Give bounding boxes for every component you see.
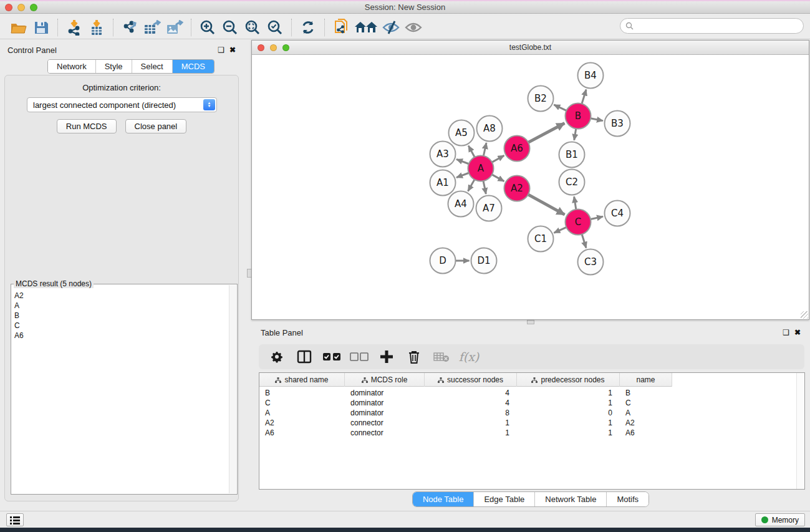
cell-MCDS-role[interactable]: dominator <box>345 388 425 398</box>
edge-C-C1[interactable] <box>554 227 566 233</box>
cell-predecessor-nodes[interactable]: 0 <box>517 408 620 418</box>
close-table-panel-icon[interactable]: ✖ <box>794 328 801 337</box>
edge-A-A2[interactable] <box>492 175 504 181</box>
edge-C-C2[interactable] <box>574 196 576 210</box>
export-table-icon[interactable] <box>141 17 163 37</box>
cell-MCDS-role[interactable]: dominator <box>345 398 425 408</box>
table-scrollbar[interactable] <box>796 373 804 489</box>
table-row-C[interactable]: Cdominator41C <box>259 398 672 408</box>
cell-successor-nodes[interactable]: 1 <box>425 418 517 428</box>
edge-B-B3[interactable] <box>591 118 603 121</box>
cell-predecessor-nodes[interactable]: 1 <box>517 428 620 438</box>
homes-icon[interactable] <box>352 17 380 37</box>
column-header-MCDS-role[interactable]: MCDS role <box>345 373 425 387</box>
cell-predecessor-nodes[interactable]: 1 <box>517 418 620 428</box>
cell-shared-name[interactable]: A2 <box>259 418 345 428</box>
cell-name[interactable]: C <box>620 398 672 408</box>
cell-name[interactable]: A6 <box>620 428 672 438</box>
column-header-name[interactable]: name <box>620 373 672 387</box>
cell-MCDS-role[interactable]: connector <box>345 428 425 438</box>
cell-shared-name[interactable]: A6 <box>259 428 345 438</box>
mcds-result-item[interactable]: A <box>14 301 226 311</box>
edge-A-A3[interactable] <box>456 159 469 163</box>
cell-shared-name[interactable]: A <box>259 408 345 418</box>
close-panel-button[interactable]: Close panel <box>125 119 187 133</box>
tab-edge-table[interactable]: Edge Table <box>473 492 534 506</box>
open-folder-icon[interactable] <box>7 17 30 37</box>
tab-select[interactable]: Select <box>132 60 172 73</box>
edge-A2-C[interactable] <box>528 195 565 215</box>
cell-MCDS-role[interactable]: dominator <box>345 408 425 418</box>
deselect-all-checkboxes-icon[interactable] <box>349 347 370 366</box>
eye-slash-icon[interactable] <box>380 17 402 37</box>
memory-button[interactable]: Memory <box>755 513 805 526</box>
zoom-fit-icon[interactable] <box>241 17 264 37</box>
edge-B-B1[interactable] <box>574 128 576 140</box>
edge-C-C4[interactable] <box>591 216 603 219</box>
cell-predecessor-nodes[interactable]: 1 <box>517 388 620 398</box>
edge-B-B4[interactable] <box>582 89 586 104</box>
delete-column-trash-icon[interactable] <box>403 347 425 366</box>
search-field[interactable] <box>620 18 804 34</box>
table-row-A[interactable]: Adominator80A <box>259 408 672 418</box>
network-window-titlebar[interactable]: testGlobe.txt <box>252 41 809 55</box>
column-header-shared-name[interactable]: shared name <box>259 373 345 387</box>
delete-table-icon[interactable] <box>431 347 452 366</box>
mcds-result-item[interactable]: B <box>14 311 226 321</box>
settings-gear-icon[interactable] <box>266 347 287 366</box>
edge-A-A7[interactable] <box>483 181 486 194</box>
window-resize-grip[interactable] <box>801 311 808 319</box>
search-input[interactable] <box>637 22 803 31</box>
tab-mcds[interactable]: MCDS <box>172 60 214 73</box>
import-network-icon[interactable] <box>63 17 85 37</box>
cell-MCDS-role[interactable]: connector <box>345 418 425 428</box>
network-graph-canvas[interactable]: B4B2BB3A8A5A6A3B1AA1C2A2A4A7C4CC1C3DD1 <box>252 56 809 320</box>
edge-A-A1[interactable] <box>456 173 469 177</box>
cell-name[interactable]: A2 <box>620 418 672 428</box>
close-panel-icon[interactable]: ✖ <box>229 46 236 54</box>
add-column-icon[interactable] <box>376 347 397 366</box>
cell-predecessor-nodes[interactable]: 1 <box>517 398 620 408</box>
export-network-icon[interactable] <box>118 17 141 37</box>
eye-icon[interactable] <box>402 17 425 37</box>
edge-B-B2[interactable] <box>554 105 566 110</box>
export-image-icon[interactable] <box>163 17 186 37</box>
table-row-A6[interactable]: A6connector11A6 <box>259 428 672 438</box>
cell-successor-nodes[interactable]: 4 <box>425 398 517 408</box>
tab-network-table[interactable]: Network Table <box>534 492 606 506</box>
zoom-selected-icon[interactable] <box>264 17 286 37</box>
zoom-in-icon[interactable] <box>196 17 219 37</box>
run-mcds-button[interactable]: Run MCDS <box>57 119 117 133</box>
import-table-icon[interactable] <box>85 17 108 37</box>
mcds-result-item[interactable]: A2 <box>14 291 226 301</box>
node-table[interactable]: shared nameMCDS rolesuccessor nodesprede… <box>259 372 805 490</box>
criterion-select[interactable]: largest connected component (directed) ▲… <box>27 97 217 112</box>
split-columns-icon[interactable] <box>294 347 315 366</box>
tab-node-table[interactable]: Node Table <box>413 492 474 506</box>
table-row-B[interactable]: Bdominator41B <box>259 388 672 398</box>
select-all-checkboxes-icon[interactable] <box>321 347 342 366</box>
cell-name[interactable]: B <box>620 388 672 398</box>
refresh-icon[interactable] <box>297 17 319 37</box>
save-icon[interactable] <box>30 17 52 37</box>
mcds-result-item[interactable]: A6 <box>14 331 226 341</box>
float-table-panel-icon[interactable]: ❑ <box>783 328 789 337</box>
tab-style[interactable]: Style <box>95 60 132 73</box>
cell-shared-name[interactable]: B <box>259 388 345 398</box>
mcds-list-scrollbar[interactable] <box>229 285 236 493</box>
mcds-result-list[interactable]: A2ABCA6 <box>12 289 229 493</box>
copy-network-document-icon[interactable] <box>330 17 352 37</box>
cell-successor-nodes[interactable]: 4 <box>425 388 517 398</box>
cell-successor-nodes[interactable]: 8 <box>425 408 517 418</box>
cell-successor-nodes[interactable]: 1 <box>425 428 517 438</box>
mcds-result-item[interactable]: C <box>14 321 226 331</box>
edge-A-A6[interactable] <box>492 155 504 162</box>
zoom-out-icon[interactable] <box>219 17 241 37</box>
edge-A-A4[interactable] <box>468 180 475 191</box>
float-panel-icon[interactable]: ❑ <box>218 46 224 54</box>
edge-A-A5[interactable] <box>468 146 475 157</box>
task-history-button[interactable] <box>6 513 24 526</box>
vertical-split-handle[interactable] <box>527 320 534 324</box>
edge-A6-B[interactable] <box>528 123 564 142</box>
edge-A-A8[interactable] <box>483 143 486 156</box>
